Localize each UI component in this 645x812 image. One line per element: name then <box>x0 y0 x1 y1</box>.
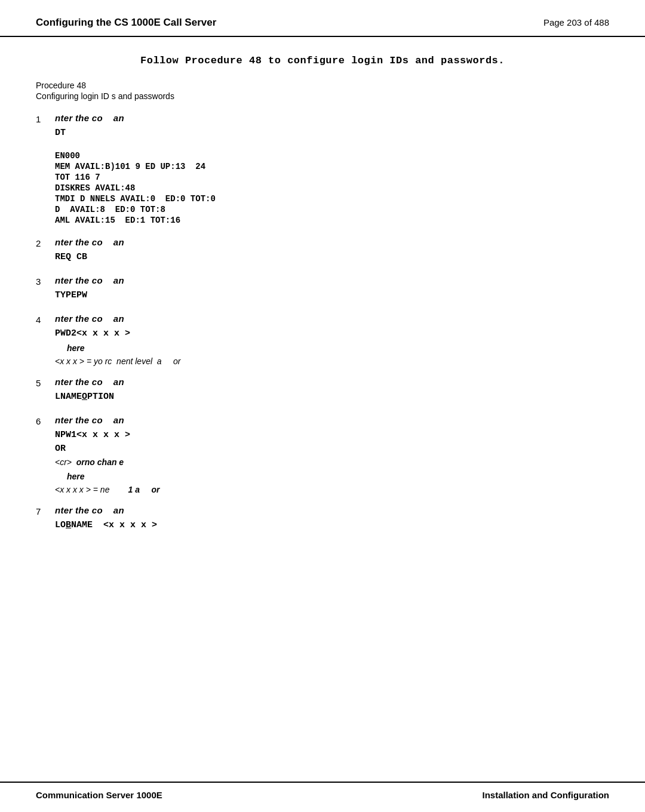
step-1-out-mem: MEM AVAIL:B)101 9 ED UP:13 24 <box>55 162 609 171</box>
header-title: Configuring the CS 1000E Call Server <box>36 17 216 29</box>
step-6-content: nter the co an NPW1<x x x x > OR <cr> or… <box>55 415 609 494</box>
step-1-out-tmdi: TMDI D NNELS AVAIL:0 ED:0 TOT:0 <box>55 194 609 204</box>
step-6-cr-line: <cr> orno chan e <box>55 457 609 467</box>
step-7-number: 7 <box>36 505 55 516</box>
step-1-cmd-dt: DT <box>55 128 609 138</box>
step-2-content: nter the co an REQ CB <box>55 237 609 264</box>
step-1-out-en000: EN000 <box>55 151 609 161</box>
step-1: 1 nter the co an DT EN000 MEM AVAIL:B)10… <box>36 113 609 226</box>
step-3-cmd: TYPEPW <box>55 290 609 300</box>
step-3-instruction: nter the co an <box>55 275 609 285</box>
step-6-note-text: <x x x x > = ne 1 a or <box>55 485 609 494</box>
step-5-content: nter the co an LNAMEOPTION <box>55 377 609 404</box>
step-7: 7 nter the co an LOBNAME <x x x x > <box>36 505 609 533</box>
page-content: Follow Procedure 48 to configure login I… <box>0 37 645 782</box>
step-4-cmd: PWD2<x x x x > <box>55 328 609 339</box>
step-1-number: 1 <box>36 113 55 124</box>
step-3: 3 nter the co an TYPEPW <box>36 275 609 303</box>
step-6-or: OR <box>55 444 609 454</box>
step-4-number: 4 <box>36 313 55 325</box>
procedure-label: Procedure 48 <box>36 81 609 90</box>
step-2-cmd: REQ CB <box>55 252 609 262</box>
step-2-number: 2 <box>36 237 55 248</box>
step-1-out-d: D AVAIL:8 ED:0 TOT:8 <box>55 205 609 214</box>
step-2: 2 nter the co an REQ CB <box>36 237 609 264</box>
page-container: Configuring the CS 1000E Call Server Pag… <box>0 0 645 812</box>
step-4-note-label: here <box>67 343 609 353</box>
step-5-number: 5 <box>36 377 55 388</box>
footer-right: Installation and Configuration <box>483 790 610 800</box>
step-1-out-aml: AML AVAIL:15 ED:1 TOT:16 <box>55 216 609 225</box>
step-4-instruction: nter the co an <box>55 313 609 324</box>
page-header: Configuring the CS 1000E Call Server Pag… <box>0 0 645 37</box>
step-5-cmd: LNAMEOPTION <box>55 392 609 402</box>
step-4-note-text: <x x x > = yo rc nent level a or <box>55 356 609 366</box>
page-footer: Communication Server 1000E Installation … <box>0 782 645 812</box>
footer-left: Communication Server 1000E <box>36 790 162 800</box>
step-4-content: nter the co an PWD2<x x x x > here <x x … <box>55 313 609 366</box>
step-7-content: nter the co an LOBNAME <x x x x > <box>55 505 609 533</box>
step-5-instruction: nter the co an <box>55 377 609 387</box>
step-4: 4 nter the co an PWD2<x x x x > here <x … <box>36 313 609 366</box>
step-6-note-label: here <box>67 472 609 481</box>
step-1-instruction: nter the co an <box>55 113 609 123</box>
step-2-instruction: nter the co an <box>55 237 609 247</box>
step-3-content: nter the co an TYPEPW <box>55 275 609 303</box>
step-7-cmd: LOBNAME <x x x x > <box>55 520 609 530</box>
step-6-number: 6 <box>36 415 55 426</box>
procedure-heading: Follow Procedure 48 to configure login I… <box>36 55 609 66</box>
step-7-instruction: nter the co an <box>55 505 609 515</box>
step-6-instruction: nter the co an <box>55 415 609 425</box>
procedure-subtitle: Configuring login ID s and passwords <box>36 91 609 101</box>
step-6-cmd-npw1: NPW1<x x x x > <box>55 430 609 440</box>
step-1-content: nter the co an DT EN000 MEM AVAIL:B)101 … <box>55 113 609 226</box>
step-3-number: 3 <box>36 275 55 287</box>
step-5: 5 nter the co an LNAMEOPTION <box>36 377 609 404</box>
step-6: 6 nter the co an NPW1<x x x x > OR <cr> … <box>36 415 609 494</box>
steps-list: 1 nter the co an DT EN000 MEM AVAIL:B)10… <box>36 113 609 533</box>
header-page-info: Page 203 of 488 <box>543 17 609 27</box>
step-1-out-tot: TOT 116 7 <box>55 173 609 182</box>
step-1-out-diskres: DISKRES AVAIL:48 <box>55 183 609 193</box>
